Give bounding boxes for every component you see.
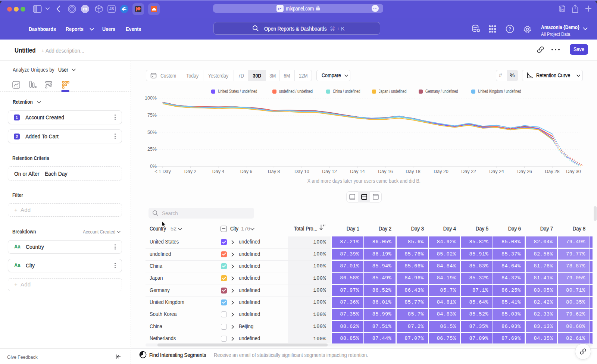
svg-text:N: N — [561, 7, 564, 12]
svg-text:?: ? — [509, 26, 511, 32]
